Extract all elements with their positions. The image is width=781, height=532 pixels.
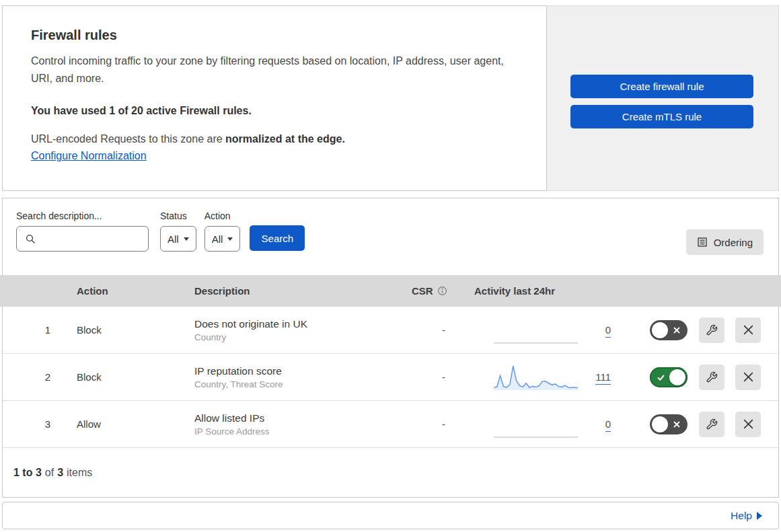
help-link-label: Help bbox=[731, 510, 752, 522]
footer-total: 3 bbox=[57, 467, 63, 479]
action-dropdown-value: All bbox=[212, 233, 223, 245]
create-firewall-rule-button[interactable]: Create firewall rule bbox=[570, 75, 753, 98]
status-label: Status bbox=[160, 211, 196, 221]
rule-description: Does not originate in UK bbox=[194, 318, 391, 330]
search-input[interactable] bbox=[42, 233, 143, 245]
action-group: Action All bbox=[204, 211, 241, 252]
activity-count-link[interactable]: 0 bbox=[605, 418, 611, 432]
top-section: Firewall rules Control incoming traffic … bbox=[2, 5, 779, 191]
magnifier-icon bbox=[25, 233, 36, 245]
close-icon bbox=[743, 372, 753, 382]
activity-sparkline bbox=[494, 316, 578, 344]
rule-csr-value: - bbox=[391, 418, 461, 430]
rule-activity-cell: 0 bbox=[461, 410, 630, 439]
x-icon bbox=[673, 421, 680, 428]
rule-csr-value: - bbox=[391, 371, 461, 383]
toggle-knob bbox=[652, 416, 668, 432]
status-group: Status All bbox=[160, 211, 196, 252]
activity-count-link[interactable]: 0 bbox=[605, 324, 611, 338]
intro-description: Control incoming traffic to your zone by… bbox=[31, 52, 505, 87]
activity-sparkline bbox=[494, 410, 578, 439]
search-label: Search description... bbox=[16, 211, 149, 221]
help-link[interactable]: Help bbox=[731, 510, 762, 522]
toggle-knob bbox=[669, 369, 685, 385]
rule-action: Allow bbox=[57, 418, 174, 430]
table-header: Action Description CSR Activity last 24h… bbox=[0, 275, 781, 307]
rule-fields: Country, Threat Score bbox=[194, 379, 391, 389]
intro-card: Firewall rules Control incoming traffic … bbox=[2, 5, 547, 191]
rule-enabled-toggle[interactable] bbox=[650, 320, 687, 340]
rule-number: 3 bbox=[3, 418, 57, 430]
action-dropdown[interactable]: All bbox=[204, 226, 241, 252]
chevron-down-icon bbox=[227, 237, 233, 241]
rule-description-cell: Allow listed IPsIP Source Address bbox=[174, 412, 391, 436]
footer-range: 1 to 3 bbox=[13, 467, 42, 479]
rule-description: Allow listed IPs bbox=[194, 412, 391, 424]
rule-fields: IP Source Address bbox=[194, 426, 391, 436]
toggle-knob bbox=[652, 322, 668, 338]
wrench-icon bbox=[706, 418, 718, 430]
header-csr: CSR bbox=[394, 285, 464, 297]
table-row: 2BlockIP reputation scoreCountry, Threat… bbox=[3, 354, 778, 401]
rule-activity-cell: 111 bbox=[461, 363, 630, 391]
table-footer: 1 to 3 of 3 items bbox=[3, 448, 778, 498]
arrow-right-icon bbox=[757, 512, 762, 520]
status-dropdown-value: All bbox=[168, 233, 179, 245]
edit-rule-button[interactable] bbox=[699, 412, 724, 437]
status-dropdown[interactable]: All bbox=[160, 226, 196, 252]
table-row: 3AllowAllow listed IPsIP Source Address-… bbox=[3, 401, 778, 448]
rule-activity-cell: 0 bbox=[461, 316, 630, 344]
search-group: Search description... bbox=[16, 211, 149, 252]
rule-description-cell: IP reputation scoreCountry, Threat Score bbox=[174, 365, 391, 389]
rule-enabled-toggle[interactable] bbox=[650, 367, 687, 387]
bottom-bar: Help bbox=[2, 502, 779, 529]
ordering-button-label: Ordering bbox=[714, 237, 753, 248]
header-activity: Activity last 24hr bbox=[464, 285, 632, 297]
rule-description-cell: Does not originate in UKCountry bbox=[174, 318, 391, 342]
rule-fields: Country bbox=[194, 332, 391, 342]
activity-count-link[interactable]: 111 bbox=[595, 371, 611, 385]
edit-rule-button[interactable] bbox=[699, 317, 724, 343]
header-csr-label: CSR bbox=[412, 285, 433, 297]
normalization-text-bold: normalized at the edge. bbox=[225, 133, 345, 145]
search-box[interactable] bbox=[16, 226, 149, 252]
rules-panel: Search description... Status All Action … bbox=[2, 198, 779, 498]
rule-description: IP reputation score bbox=[194, 365, 391, 377]
configure-normalization-link[interactable]: Configure Normalization bbox=[31, 150, 147, 162]
close-icon bbox=[743, 419, 753, 429]
delete-rule-button[interactable] bbox=[735, 365, 761, 390]
rule-enabled-toggle[interactable] bbox=[650, 414, 687, 434]
rule-action: Block bbox=[57, 371, 174, 383]
wrench-icon bbox=[706, 371, 718, 383]
wrench-icon bbox=[706, 324, 718, 336]
search-button[interactable]: Search bbox=[250, 225, 305, 251]
chevron-down-icon bbox=[184, 237, 189, 241]
rules-list: 1BlockDoes not originate in UKCountry-02… bbox=[3, 307, 778, 448]
action-filter-label: Action bbox=[204, 211, 241, 221]
footer-items: items bbox=[67, 467, 92, 479]
page-title: Firewall rules bbox=[31, 28, 518, 43]
check-icon bbox=[657, 373, 665, 382]
edit-rule-button[interactable] bbox=[699, 365, 724, 390]
info-circle-icon[interactable] bbox=[437, 286, 447, 296]
rule-number: 1 bbox=[3, 324, 57, 336]
usage-text: You have used 1 of 20 active Firewall ru… bbox=[31, 105, 518, 117]
rule-action: Block bbox=[57, 324, 174, 336]
header-description: Description bbox=[174, 285, 394, 297]
close-icon bbox=[743, 325, 753, 335]
normalization-text: URL-encoded Requests to this zone are no… bbox=[31, 133, 518, 145]
list-box-icon bbox=[697, 237, 708, 248]
header-action: Action bbox=[57, 285, 174, 297]
delete-rule-button[interactable] bbox=[735, 317, 761, 343]
rule-csr-value: - bbox=[391, 324, 461, 336]
create-mtls-rule-button[interactable]: Create mTLS rule bbox=[570, 105, 753, 128]
filter-bar: Search description... Status All Action … bbox=[3, 198, 778, 275]
activity-sparkline bbox=[494, 363, 578, 391]
normalization-text-plain: URL-encoded Requests to this zone are bbox=[31, 133, 225, 145]
table-row: 1BlockDoes not originate in UKCountry-0 bbox=[3, 307, 778, 354]
ordering-button[interactable]: Ordering bbox=[686, 229, 764, 255]
delete-rule-button[interactable] bbox=[735, 412, 761, 437]
actions-panel: Create firewall rule Create mTLS rule bbox=[547, 5, 779, 191]
rule-number: 2 bbox=[3, 371, 57, 383]
x-icon bbox=[673, 327, 680, 334]
